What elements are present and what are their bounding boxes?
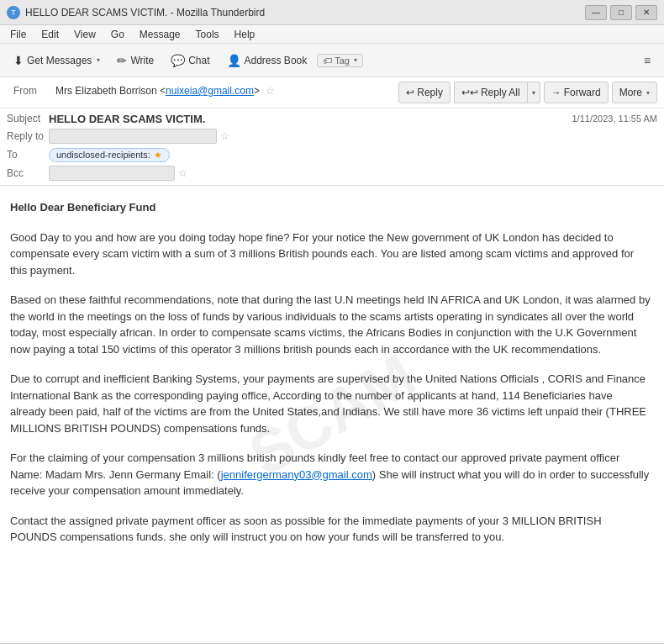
menu-message[interactable]: Message — [133, 27, 187, 42]
get-messages-dropdown-icon[interactable]: ▾ — [97, 56, 100, 64]
to-row: To undisclosed-recipients: ★ — [0, 145, 664, 164]
write-label: Write — [130, 55, 154, 66]
menu-help[interactable]: Help — [228, 27, 262, 42]
bcc-input[interactable] — [49, 166, 175, 181]
bcc-row: Bcc ☆ — [0, 164, 664, 185]
forward-button[interactable]: → Forward — [544, 82, 609, 103]
address-book-icon: 👤 — [227, 54, 241, 67]
tag-icon: 🏷 — [323, 55, 332, 66]
from-row: From Mrs Elizabeth Borrison <nuixeia@gma… — [7, 82, 385, 100]
menu-go[interactable]: Go — [104, 27, 131, 42]
tag-dropdown-icon: ▾ — [354, 56, 357, 64]
undisclosed-recipients-tag: undisclosed-recipients: ★ — [49, 148, 170, 162]
reply-button[interactable]: ↩ Reply — [398, 82, 451, 103]
email-paragraph-5: Contact the assigned private payment off… — [10, 513, 651, 546]
toolbar: ⬇ Get Messages ▾ ✏ Write 💬 Chat 👤 Addres… — [0, 44, 664, 77]
sender-star-icon[interactable]: ☆ — [266, 85, 275, 97]
chat-icon: 💬 — [171, 54, 185, 67]
address-book-button[interactable]: 👤 Address Book — [220, 48, 314, 73]
menubar: File Edit View Go Message Tools Help — [0, 25, 664, 44]
more-button[interactable]: More ▾ — [612, 82, 657, 103]
minimize-button[interactable]: — — [585, 5, 607, 20]
titlebar: T HELLO DEAR SCAMS VICTIM. - Mozilla Thu… — [0, 0, 664, 25]
address-book-label: Address Book — [245, 55, 308, 66]
reply-all-dropdown[interactable]: ▾ — [527, 82, 540, 103]
email-body-container: SCAM Hello Dear Beneficiary Fund Good Da… — [0, 186, 664, 643]
undisclosed-text: undisclosed-recipients: — [56, 150, 150, 160]
menu-file[interactable]: File — [3, 27, 33, 42]
reply-all-label: Reply All — [481, 87, 520, 98]
to-value: undisclosed-recipients: ★ — [49, 148, 657, 162]
bcc-label: Bcc — [7, 167, 49, 179]
email-timestamp: 1/11/2023, 11:55 AM — [572, 113, 657, 124]
from-section: From Mrs Elizabeth Borrison <nuixeia@gma… — [0, 77, 392, 108]
maximize-button[interactable]: □ — [610, 5, 632, 20]
close-button[interactable]: ✕ — [635, 5, 657, 20]
subject-label: Subject — [7, 113, 49, 124]
reply-label: Reply — [417, 87, 443, 98]
reply-all-button[interactable]: ↩↩ Reply All — [454, 82, 527, 103]
reply-to-star-icon[interactable]: ☆ — [220, 130, 229, 142]
from-label: From — [13, 85, 55, 97]
menu-tools[interactable]: Tools — [189, 27, 226, 42]
chat-button[interactable]: 💬 Chat — [164, 48, 216, 73]
subject-value: HELLO DEAR SCAMS VICTIM. — [49, 113, 572, 125]
action-bar: ↩ Reply ↩↩ Reply All ▾ → Forward More ▾ — [392, 77, 664, 108]
tag-button[interactable]: 🏷 Tag ▾ — [317, 54, 363, 67]
email-paragraph-1: Good Day to you and how are you doing to… — [10, 230, 651, 279]
from-value: Mrs Elizabeth Borrison <nuixeia@gmail.co… — [55, 85, 378, 97]
to-label: To — [7, 149, 49, 161]
more-label: More — [619, 87, 642, 98]
email-body: Hello Dear Beneficiary Fund Good Day to … — [0, 186, 664, 573]
reply-to-label: Reply to — [7, 130, 49, 142]
email-paragraph-4: For the claiming of your compensation 3 … — [10, 450, 651, 499]
get-messages-button[interactable]: ⬇ Get Messages ▾ — [7, 48, 107, 73]
reply-all-icon: ↩↩ — [461, 87, 478, 98]
forward-label: Forward — [564, 87, 601, 98]
email-header: From Mrs Elizabeth Borrison <nuixeia@gma… — [0, 77, 664, 186]
contact-email-link[interactable]: jennifergermany03@gmail.com — [221, 468, 372, 481]
window-controls: — □ ✕ — [585, 5, 657, 20]
get-messages-icon: ⬇ — [13, 54, 24, 67]
reply-to-row: Reply to ☆ — [0, 127, 664, 145]
toolbar-menu-button[interactable]: ≡ — [637, 50, 657, 71]
email-greeting: Hello Dear Beneficiary Fund — [10, 201, 155, 214]
write-icon: ✏ — [117, 54, 127, 67]
get-messages-label: Get Messages — [27, 55, 92, 66]
menu-view[interactable]: View — [67, 27, 103, 42]
write-button[interactable]: ✏ Write — [110, 48, 161, 73]
tag-label: Tag — [335, 55, 350, 66]
subject-row: Subject HELLO DEAR SCAMS VICTIM. 1/11/20… — [0, 108, 664, 127]
more-dropdown-icon: ▾ — [646, 89, 650, 97]
sender-name: Mrs Elizabeth Borrison — [55, 85, 157, 97]
menu-edit[interactable]: Edit — [34, 27, 66, 42]
reply-icon: ↩ — [406, 87, 414, 98]
sender-email[interactable]: nuixeia@gmail.com — [166, 85, 254, 97]
chat-label: Chat — [188, 55, 209, 66]
email-paragraph-2: Based on these faithful recommendations,… — [10, 292, 651, 357]
window-title: HELLO DEAR SCAMS VICTIM. - Mozilla Thund… — [25, 7, 585, 18]
email-paragraph-3: Due to corrupt and inefficient Banking S… — [10, 371, 651, 436]
reply-to-input[interactable] — [49, 129, 217, 144]
reply-all-split-button[interactable]: ↩↩ Reply All ▾ — [454, 82, 540, 103]
app-icon: T — [7, 6, 20, 19]
forward-icon: → — [551, 87, 561, 98]
bcc-star-icon[interactable]: ☆ — [178, 167, 187, 179]
undisclosed-star-icon[interactable]: ★ — [154, 150, 162, 161]
